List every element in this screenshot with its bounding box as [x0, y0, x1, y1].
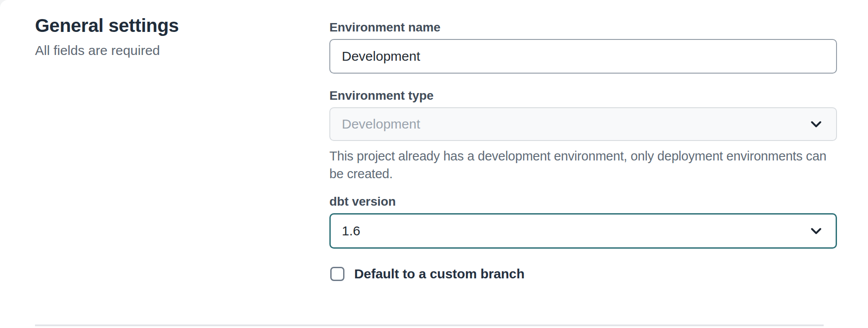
dbt-version-value: 1.6 [342, 223, 360, 238]
chevron-down-icon [808, 116, 825, 133]
environment-type-helper-text: This project already has a development e… [329, 147, 837, 183]
environment-name-label: Environment name [329, 20, 837, 35]
section-header: General settings All fields are required [35, 15, 310, 59]
chevron-down-icon [808, 223, 825, 239]
custom-branch-row: Default to a custom branch [330, 266, 837, 281]
dbt-version-select[interactable]: 1.6 [329, 213, 837, 249]
custom-branch-checkbox[interactable] [330, 267, 344, 281]
custom-branch-label[interactable]: Default to a custom branch [354, 266, 524, 281]
environment-type-label: Environment type [329, 88, 837, 104]
dbt-version-label: dbt version [329, 194, 837, 210]
environment-type-value: Development [342, 117, 420, 132]
section-divider [35, 324, 824, 326]
environment-name-input[interactable] [329, 39, 837, 74]
general-settings-form: Environment name Environment type Develo… [329, 20, 837, 281]
environment-type-select[interactable]: Development [329, 107, 837, 141]
section-subtitle: All fields are required [35, 43, 310, 59]
section-title: General settings [35, 15, 310, 36]
content-card-rounded-corner [0, 0, 16, 16]
